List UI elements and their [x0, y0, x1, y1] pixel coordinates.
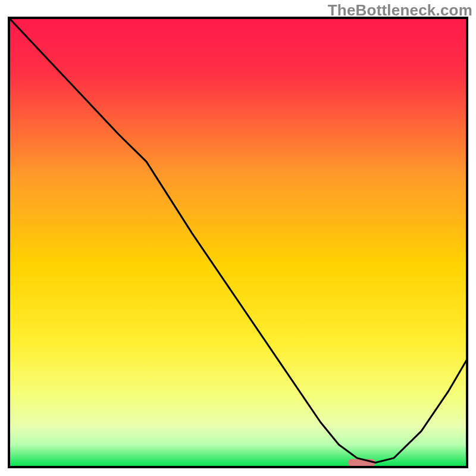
plot-background	[9, 18, 467, 467]
watermark-text: TheBottleneck.com	[328, 1, 472, 20]
chart-container: TheBottleneck.com	[0, 0, 476, 476]
bottleneck-chart	[0, 0, 476, 476]
